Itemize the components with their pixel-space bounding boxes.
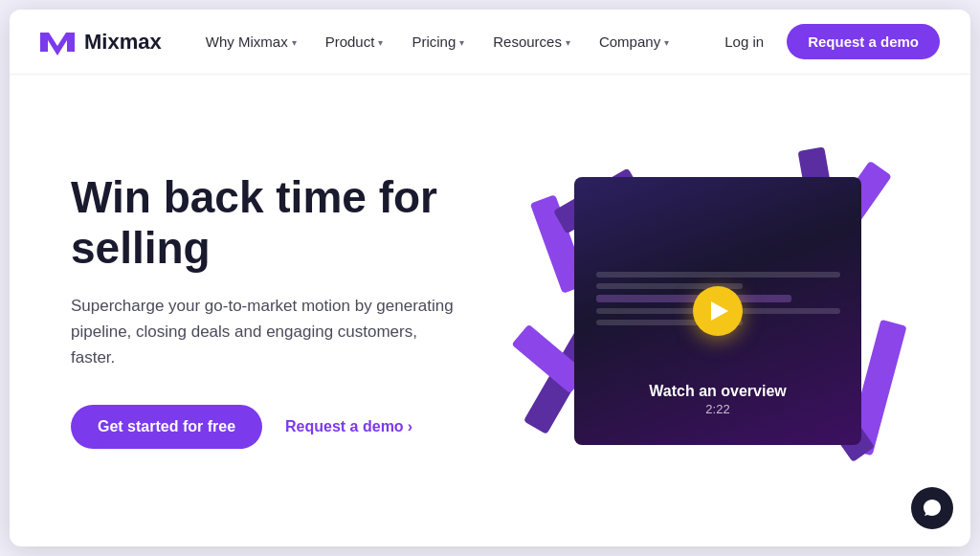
nav-links: Why Mixmax ▾ Product ▾ Pricing ▾ Resourc… [194,26,680,57]
hero-title: Win back time for selling [71,172,511,274]
brand-name: Mixmax [84,30,162,55]
hero-subtitle: Supercharge your go-to-market motion by … [71,293,454,371]
video-caption-duration: 2:22 [649,402,786,416]
hero-content-left: Win back time for selling Supercharge yo… [71,172,511,449]
get-started-button[interactable]: Get started for free [71,405,262,449]
navbar: Mixmax Why Mixmax ▾ Product ▾ Pricing ▾ … [10,10,970,75]
hero-content-right: Watch an overview 2:22 [511,100,924,522]
video-wrapper: Watch an overview 2:22 [536,148,900,474]
nav-item-pricing[interactable]: Pricing ▾ [400,26,476,57]
nav-item-resources[interactable]: Resources ▾ [481,26,582,57]
request-demo-button[interactable]: Request a demo [787,24,940,59]
request-demo-link[interactable]: Request a demo › [285,418,412,435]
login-button[interactable]: Log in [713,26,775,57]
chevron-down-icon: ▾ [292,37,297,48]
screen-line-1 [596,272,840,278]
chat-icon [922,498,943,519]
chevron-down-icon: ▾ [664,37,669,48]
nav-actions: Log in Request a demo [713,24,940,59]
browser-frame: Mixmax Why Mixmax ▾ Product ▾ Pricing ▾ … [10,10,970,546]
logo-icon [40,29,75,56]
chevron-down-icon: ▾ [378,37,383,48]
video-caption: Watch an overview 2:22 [649,383,786,416]
play-icon [711,301,728,321]
chevron-down-icon: ▾ [459,37,464,48]
nav-item-company[interactable]: Company ▾ [588,26,680,57]
chevron-down-icon: ▾ [566,37,570,48]
nav-item-product[interactable]: Product ▾ [314,26,395,57]
hero-ctas: Get started for free Request a demo › [71,405,511,449]
logo-area[interactable]: Mixmax [40,29,162,56]
hero-section: Win back time for selling Supercharge yo… [10,75,970,546]
nav-item-why-mixmax[interactable]: Why Mixmax ▾ [194,26,308,57]
video-caption-title: Watch an overview [649,383,786,400]
chat-support-button[interactable] [911,487,953,529]
screen-line-3 [596,295,791,302]
video-background: Watch an overview 2:22 [574,177,861,445]
play-button[interactable] [693,286,743,336]
